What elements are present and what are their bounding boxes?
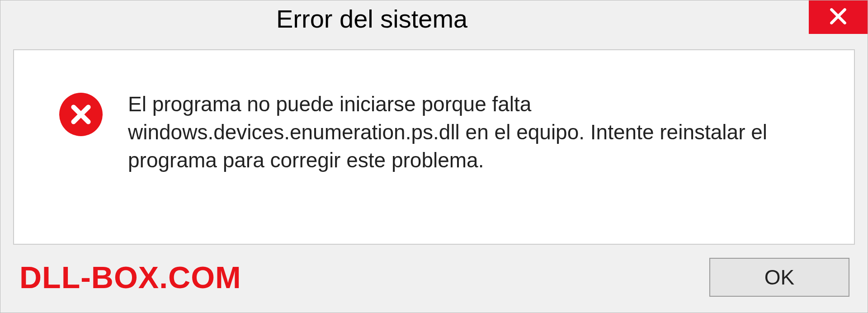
- ok-button[interactable]: OK: [709, 258, 849, 297]
- close-button[interactable]: [809, 0, 868, 34]
- error-dialog: Error del sistema El programa no puede i…: [0, 0, 868, 313]
- close-icon: [828, 6, 848, 28]
- content-panel: El programa no puede iniciarse porque fa…: [13, 49, 855, 245]
- watermark-text: DLL-BOX.COM: [19, 260, 241, 295]
- dialog-title: Error del sistema: [0, 0, 467, 33]
- error-message: El programa no puede iniciarse porque fa…: [128, 90, 827, 174]
- titlebar: Error del sistema: [0, 0, 868, 40]
- ok-button-label: OK: [764, 265, 794, 289]
- error-icon: [59, 93, 103, 136]
- dialog-footer: DLL-BOX.COM OK: [0, 245, 868, 313]
